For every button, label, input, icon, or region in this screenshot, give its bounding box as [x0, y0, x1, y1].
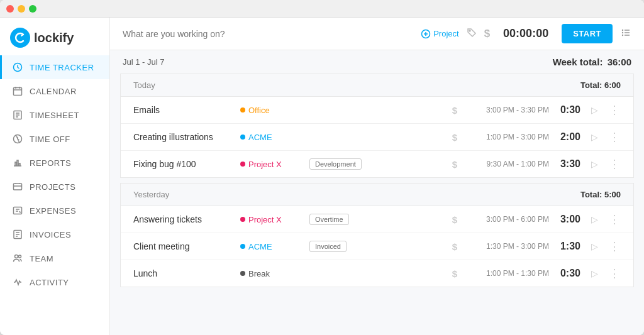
table-row: Fixing bug #100 Project X Development $ …: [121, 151, 633, 177]
entry-project: ACME: [240, 133, 303, 142]
billable-icon[interactable]: $: [448, 241, 461, 252]
entry-description: Lunch: [133, 268, 234, 278]
play-button[interactable]: ▷: [587, 105, 602, 115]
play-button[interactable]: ▷: [587, 268, 602, 278]
entry-time-range: 3:00 PM - 6:00 PM: [467, 215, 549, 224]
project-name: Project X: [248, 160, 282, 169]
entry-project: Break: [240, 269, 303, 278]
yesterday-total: Total: 5:00: [580, 190, 621, 199]
content-area: Today Total: 6:00 Emails Office $: [110, 74, 644, 302]
tag-badge: Invoiced: [309, 241, 347, 252]
dollar-icon[interactable]: $: [484, 28, 490, 40]
svg-point-8: [19, 255, 21, 258]
expenses-icon: [12, 205, 23, 216]
table-row: Lunch Break $ 1:00 PM - 1:30 PM 0:30 ▷ ⋮: [121, 260, 633, 287]
play-button[interactable]: ▷: [587, 214, 602, 224]
more-button[interactable]: ⋮: [608, 241, 621, 252]
today-header: Today Total: 6:00: [121, 74, 633, 97]
entry-project: Office: [240, 106, 303, 115]
project-color-dot: [240, 217, 245, 222]
yesterday-header: Yesterday Total: 5:00: [121, 184, 633, 206]
more-button[interactable]: ⋮: [608, 104, 621, 116]
sidebar-item-reports[interactable]: REPORTS: [0, 151, 109, 175]
project-name: Project X: [248, 215, 282, 224]
entry-description: Answering tickets: [133, 214, 234, 224]
svg-rect-4: [14, 184, 22, 190]
more-button[interactable]: ⋮: [608, 158, 621, 170]
sidebar-item-invoices[interactable]: INVOICES: [0, 222, 109, 246]
projects-icon: [12, 181, 23, 192]
sidebar-item-time-tracker[interactable]: TIME TRACKER: [0, 55, 109, 79]
start-button[interactable]: START: [562, 24, 613, 43]
entry-project: Project X: [240, 215, 303, 224]
date-range-label: Jul 1 - Jul 7: [123, 57, 164, 67]
yesterday-label: Yesterday: [133, 190, 169, 199]
more-button[interactable]: ⋮: [608, 268, 621, 279]
project-button-label: Project: [433, 29, 458, 38]
plus-circle-icon: [421, 29, 431, 39]
entry-duration: 0:30: [555, 268, 580, 279]
more-button[interactable]: ⋮: [608, 214, 621, 225]
tag-badge: Development: [309, 158, 362, 170]
list-view-icon[interactable]: [620, 27, 631, 41]
entry-description: Emails: [133, 105, 234, 115]
logo-icon: [10, 28, 30, 48]
sidebar-item-label: REPORTS: [30, 158, 71, 168]
sidebar: lockify TIME TRACKER: [0, 18, 110, 335]
sidebar-item-team[interactable]: TEAM: [0, 246, 109, 270]
entry-duration: 2:00: [555, 131, 580, 143]
description-input[interactable]: [123, 29, 413, 39]
svg-rect-1: [14, 88, 22, 96]
billable-icon[interactable]: $: [448, 268, 461, 279]
logo-text: lockify: [34, 31, 74, 45]
play-button[interactable]: ▷: [587, 132, 602, 142]
project-button[interactable]: Project: [421, 29, 458, 39]
today-total: Total: 6:00: [580, 80, 621, 90]
yesterday-section: Yesterday Total: 5:00 Answering tickets …: [120, 183, 634, 287]
project-name: ACME: [248, 133, 272, 142]
calendar-icon: [12, 85, 23, 97]
billable-icon[interactable]: $: [448, 159, 461, 170]
sidebar-item-label: TEAM: [30, 254, 53, 263]
sidebar-item-time-off[interactable]: TIME OFF: [0, 127, 109, 151]
table-row: Emails Office $ 3:00 PM - 3:30 PM 0:30 ▷…: [121, 97, 633, 124]
team-icon: [12, 253, 23, 264]
sidebar-item-projects[interactable]: PROJECTS: [0, 175, 109, 199]
tag-icon[interactable]: [467, 28, 477, 40]
table-row: Creating illustrations ACME $ 1:00 PM - …: [121, 124, 633, 151]
tag-badge: Overtime: [309, 214, 349, 225]
sidebar-item-label: TIME OFF: [30, 135, 70, 144]
close-dot[interactable]: [6, 5, 14, 13]
project-color-dot: [240, 107, 245, 113]
sidebar-item-expenses[interactable]: EXPENSES: [0, 199, 109, 222]
sidebar-item-label: TIME TRACKER: [30, 63, 94, 72]
entry-duration: 3:30: [555, 158, 580, 170]
billable-icon[interactable]: $: [448, 132, 461, 143]
svg-point-13: [622, 34, 623, 35]
entry-project: ACME: [240, 242, 303, 251]
more-button[interactable]: ⋮: [608, 131, 621, 143]
project-color-dot: [240, 271, 245, 276]
project-name: ACME: [248, 242, 272, 251]
sidebar-item-timesheet[interactable]: TIMESHEET: [0, 103, 109, 127]
play-button[interactable]: ▷: [587, 159, 602, 169]
minimize-dot[interactable]: [18, 5, 25, 13]
clock-icon: [12, 62, 23, 73]
entry-description: Creating illustrations: [133, 132, 234, 142]
svg-point-12: [622, 31, 623, 33]
entry-time-range: 1:00 PM - 1:30 PM: [467, 269, 549, 278]
entry-duration: 0:30: [555, 104, 580, 116]
table-row: Client meeting ACME Invoiced $ 1:30 PM -…: [121, 233, 633, 260]
sidebar-item-activity[interactable]: ACTIVITY: [0, 270, 109, 294]
sidebar-item-label: CALENDAR: [30, 87, 77, 96]
billable-icon[interactable]: $: [448, 105, 461, 116]
play-button[interactable]: ▷: [587, 241, 602, 251]
week-total: Week total: 36:00: [553, 57, 631, 67]
maximize-dot[interactable]: [29, 5, 36, 13]
billable-icon[interactable]: $: [448, 214, 461, 225]
main-content: Project $ 00:00:00 START: [110, 18, 644, 335]
titlebar: [0, 0, 644, 18]
date-range-bar: Jul 1 - Jul 7 Week total: 36:00: [110, 50, 644, 74]
sidebar-item-calendar[interactable]: CALENDAR: [0, 79, 109, 103]
time-display: 00:00:00: [497, 27, 554, 40]
